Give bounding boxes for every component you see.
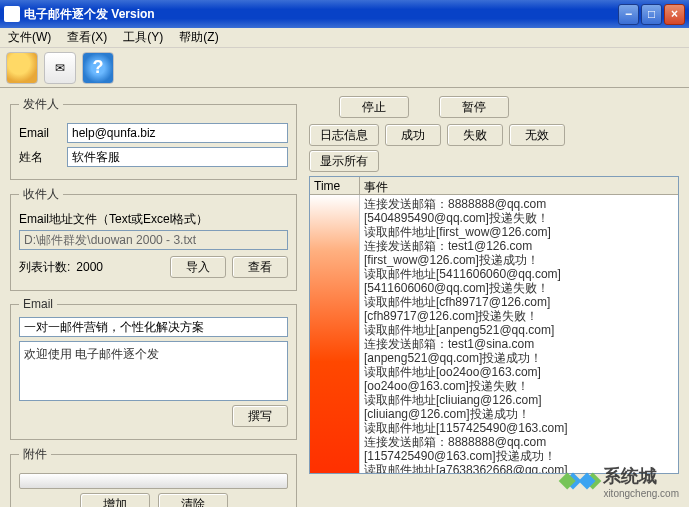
email-body-preview[interactable]: 欢迎使用 电子邮件逐个发 — [19, 341, 288, 401]
log-line: 读取邮件地址[1157425490@163.com] — [364, 421, 674, 435]
log-col-time[interactable]: Time — [310, 177, 360, 194]
log-line: 连接发送邮箱：test1@sina.com — [364, 337, 674, 351]
success-filter-button[interactable]: 成功 — [385, 124, 441, 146]
attachment-legend: 附件 — [19, 446, 51, 463]
email-group: Email 欢迎使用 电子邮件逐个发 撰写 — [10, 297, 297, 440]
watermark-name: 系统城 — [603, 464, 679, 488]
add-attachment-button[interactable]: 增加 — [80, 493, 150, 507]
compose-button[interactable]: 撰写 — [232, 405, 288, 427]
watermark-icon — [563, 465, 597, 499]
email-legend: Email — [19, 297, 57, 311]
invalid-filter-button[interactable]: 无效 — [509, 124, 565, 146]
stop-button[interactable]: 停止 — [339, 96, 409, 118]
import-button[interactable]: 导入 — [170, 256, 226, 278]
recipients-file-label: Email地址文件（Text或Excel格式） — [19, 211, 288, 228]
title-bar: 电子邮件逐个发 Version − □ × — [0, 0, 689, 28]
log-line: [cliuiang@126.com]投递成功！ — [364, 407, 674, 421]
show-all-button[interactable]: 显示所有 — [309, 150, 379, 172]
log-line: 连接发送邮箱：8888888@qq.com — [364, 197, 674, 211]
sender-email-label: Email — [19, 126, 61, 140]
log-info-button[interactable]: 日志信息 — [309, 124, 379, 146]
email-subject-input[interactable] — [19, 317, 288, 337]
help-icon[interactable]: ? — [82, 52, 114, 84]
log-time-column — [310, 195, 360, 473]
log-line: 读取邮件地址[first_wow@126.com] — [364, 225, 674, 239]
log-line: 连接发送邮箱：8888888@qq.com — [364, 435, 674, 449]
document-icon[interactable]: ✉ — [44, 52, 76, 84]
log-event-column[interactable]: 连接发送邮箱：8888888@qq.com[5404895490@qq.com]… — [360, 195, 678, 473]
menu-view[interactable]: 查看(X) — [63, 27, 111, 48]
attachment-group: 附件 增加 清除 — [10, 446, 297, 507]
log-line: 读取邮件地址[cliuiang@126.com] — [364, 393, 674, 407]
app-icon — [4, 6, 20, 22]
close-button[interactable]: × — [664, 4, 685, 25]
log-line: [anpeng521@qq.com]投递成功！ — [364, 351, 674, 365]
recipients-count-value: 2000 — [76, 260, 103, 274]
sender-legend: 发件人 — [19, 96, 63, 113]
log-line: [5411606060@qq.com]投递失败！ — [364, 281, 674, 295]
sender-name-input[interactable] — [67, 147, 288, 167]
minimize-button[interactable]: − — [618, 4, 639, 25]
recipients-file-input[interactable] — [19, 230, 288, 250]
window-title: 电子邮件逐个发 Version — [24, 6, 618, 23]
log-line: [oo24oo@163.com]投递失败！ — [364, 379, 674, 393]
email-body-line1: 欢迎使用 电子邮件逐个发 — [24, 346, 283, 363]
recipients-group: 收件人 Email地址文件（Text或Excel格式） 列表计数: 2000 导… — [10, 186, 297, 291]
fail-filter-button[interactable]: 失败 — [447, 124, 503, 146]
clear-attachment-button[interactable]: 清除 — [158, 493, 228, 507]
log-line: [first_wow@126.com]投递成功！ — [364, 253, 674, 267]
menu-bar: 文件(W) 查看(X) 工具(Y) 帮助(Z) — [0, 28, 689, 48]
recipients-legend: 收件人 — [19, 186, 63, 203]
sender-email-input[interactable] — [67, 123, 288, 143]
watermark-url: xitongcheng.com — [603, 488, 679, 499]
log-line: [cfh89717@126.com]投递失败！ — [364, 309, 674, 323]
view-button[interactable]: 查看 — [232, 256, 288, 278]
menu-help[interactable]: 帮助(Z) — [175, 27, 222, 48]
log-col-event[interactable]: 事件 — [360, 177, 678, 194]
menu-tools[interactable]: 工具(Y) — [119, 27, 167, 48]
left-panel: 发件人 Email 姓名 收件人 Email地址文件（Text或Excel格式）… — [0, 88, 305, 507]
log-line: [1157425490@163.com]投递成功！ — [364, 449, 674, 463]
watermark: 系统城 xitongcheng.com — [563, 464, 679, 499]
log-line: 读取邮件地址[oo24oo@163.com] — [364, 365, 674, 379]
attachment-list[interactable] — [19, 473, 288, 489]
log-line: 读取邮件地址[cfh89717@126.com] — [364, 295, 674, 309]
right-panel: 停止 暂停 日志信息 成功 失败 无效 显示所有 Time 事件 连接发送邮箱：… — [305, 88, 689, 507]
menu-file[interactable]: 文件(W) — [4, 27, 55, 48]
pause-button[interactable]: 暂停 — [439, 96, 509, 118]
log-line: 读取邮件地址[5411606060@qq.com] — [364, 267, 674, 281]
log-header: Time 事件 — [310, 177, 678, 195]
log-line: 连接发送邮箱：test1@126.com — [364, 239, 674, 253]
toolbar: ✉ ? — [0, 48, 689, 88]
log-line: [5404895490@qq.com]投递失败！ — [364, 211, 674, 225]
people-icon[interactable] — [6, 52, 38, 84]
sender-group: 发件人 Email 姓名 — [10, 96, 297, 180]
recipients-count-label: 列表计数: — [19, 259, 70, 276]
maximize-button[interactable]: □ — [641, 4, 662, 25]
sender-name-label: 姓名 — [19, 149, 61, 166]
log-line: 读取邮件地址[anpeng521@qq.com] — [364, 323, 674, 337]
log-area: Time 事件 连接发送邮箱：8888888@qq.com[5404895490… — [309, 176, 679, 474]
